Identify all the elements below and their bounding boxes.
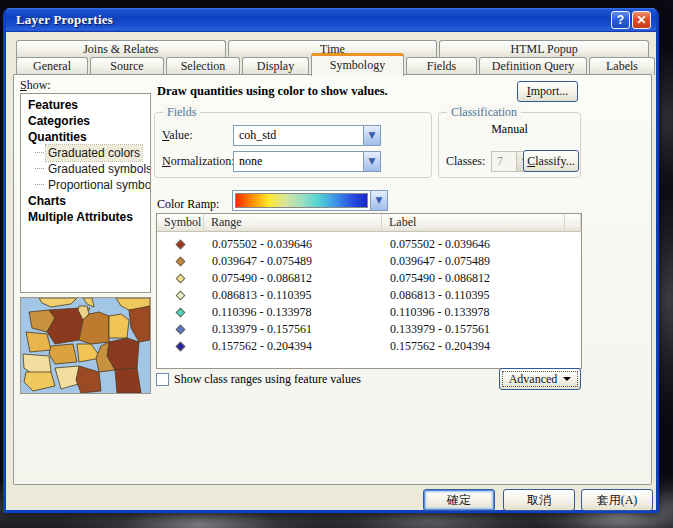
help-button[interactable]: ? — [611, 11, 630, 29]
table-row[interactable]: 0.075502 - 0.039646 0.075502 - 0.039646 — [157, 236, 581, 253]
class-symbol-swatch[interactable] — [176, 308, 186, 318]
cancel-button[interactable]: 取消 — [503, 489, 575, 511]
fields-group: Fields Value: coh_std ▼ Normalization: n… — [154, 112, 432, 178]
range-cell[interactable]: 0.110396 - 0.133978 — [204, 305, 382, 320]
table-row[interactable]: 0.075490 - 0.086812 0.075490 - 0.086812 — [157, 270, 581, 287]
color-ramp-label: Color Ramp: — [157, 197, 219, 212]
tab-fields[interactable]: Fields — [406, 57, 477, 75]
class-symbol-swatch[interactable] — [176, 274, 186, 284]
show-class-ranges-option: Show class ranges using feature values — [156, 372, 361, 387]
layer-properties-dialog: Layer Properties ? ✕ Joins & Relates Tim… — [3, 8, 659, 513]
classification-group: Classification Manual Classes: 7 ▼ Class… — [438, 112, 581, 178]
chevron-down-icon[interactable]: ▼ — [363, 152, 380, 171]
tree-item-graduated-symbols[interactable]: Graduated symbols — [21, 161, 150, 177]
tab-definition-query[interactable]: Definition Query — [479, 57, 587, 75]
column-header-filler — [565, 214, 581, 232]
tree-item-features[interactable]: Features — [21, 97, 150, 113]
range-cell[interactable]: 0.075490 - 0.086812 — [204, 271, 382, 286]
map-preview — [20, 297, 151, 394]
label-cell[interactable]: 0.133979 - 0.157561 — [382, 322, 565, 337]
draw-quantities-header: Draw quantities using color to show valu… — [157, 84, 388, 99]
value-dropdown[interactable]: coh_std ▼ — [233, 125, 381, 146]
show-tree[interactable]: Features Categories Quantities Graduated… — [20, 93, 151, 293]
label-cell[interactable]: 0.110396 - 0.133978 — [382, 305, 565, 320]
label-cell[interactable]: 0.075502 - 0.039646 — [382, 237, 565, 252]
symbology-tab-page: Show: Features Categories Quantities Gra… — [13, 74, 652, 485]
table-header: Symbol Range Label — [157, 214, 581, 232]
tree-item-graduated-colors[interactable]: Graduated colors — [21, 145, 150, 161]
class-symbol-swatch[interactable] — [176, 325, 186, 335]
import-button[interactable]: Import... — [517, 81, 578, 102]
title-bar[interactable]: Layer Properties ? ✕ — [6, 8, 656, 32]
color-ramp-dropdown[interactable]: ▼ — [232, 190, 388, 211]
dropdown-arrow-icon — [563, 377, 571, 381]
show-class-ranges-label: Show class ranges using feature values — [174, 372, 361, 387]
column-header-symbol[interactable]: Symbol — [157, 214, 204, 232]
normalization-dropdown-value: none — [234, 152, 363, 171]
classes-label: Classes: — [446, 154, 491, 169]
tree-item-categories[interactable]: Categories — [21, 113, 150, 129]
classification-method: Manual — [439, 122, 580, 137]
ok-button[interactable]: 確定 — [423, 489, 495, 511]
color-ramp-gradient — [235, 193, 368, 208]
table-row[interactable]: 0.039647 - 0.075489 0.039647 - 0.075489 — [157, 253, 581, 270]
chevron-down-icon[interactable]: ▼ — [370, 191, 387, 210]
classify-button[interactable]: Classify... — [523, 150, 579, 172]
show-class-ranges-checkbox[interactable] — [156, 373, 169, 386]
tab-html-popup[interactable]: HTML Popup — [439, 40, 649, 58]
tab-row-lower: General Source Selection Display Symbolo… — [16, 57, 653, 75]
classes-dropdown-value: 7 — [492, 152, 516, 171]
range-cell[interactable]: 0.039647 - 0.075489 — [204, 254, 382, 269]
label-cell[interactable]: 0.075490 - 0.086812 — [382, 271, 565, 286]
advanced-button[interactable]: Advanced — [499, 368, 581, 390]
close-button[interactable]: ✕ — [632, 11, 651, 29]
window-title: Layer Properties — [16, 12, 113, 28]
table-row[interactable]: 0.086813 - 0.110395 0.086813 - 0.110395 — [157, 287, 581, 304]
class-symbol-swatch[interactable] — [176, 257, 186, 267]
value-dropdown-value: coh_std — [234, 126, 363, 145]
normalization-label: Normalization: — [162, 154, 233, 169]
titlebar-buttons: ? ✕ — [611, 11, 651, 29]
range-cell[interactable]: 0.075502 - 0.039646 — [204, 237, 382, 252]
class-symbol-swatch[interactable] — [176, 291, 186, 301]
table-row[interactable]: 0.157562 - 0.204394 0.157562 - 0.204394 — [157, 338, 581, 355]
tree-item-quantities[interactable]: Quantities — [21, 129, 150, 145]
tree-item-proportional-symbols[interactable]: Proportional symbols — [21, 177, 150, 193]
classification-group-title: Classification — [447, 105, 521, 120]
label-cell[interactable]: 0.039647 - 0.075489 — [382, 254, 565, 269]
range-cell[interactable]: 0.086813 - 0.110395 — [204, 288, 382, 303]
table-row[interactable]: 0.133979 - 0.157561 0.133979 - 0.157561 — [157, 321, 581, 338]
class-symbol-swatch[interactable] — [176, 240, 186, 250]
class-symbol-swatch[interactable] — [176, 342, 186, 352]
tab-source[interactable]: Source — [90, 57, 164, 75]
chevron-down-icon[interactable]: ▼ — [363, 126, 380, 145]
tab-display[interactable]: Display — [242, 57, 309, 75]
table-row[interactable]: 0.110396 - 0.133978 0.110396 - 0.133978 — [157, 304, 581, 321]
tab-selection[interactable]: Selection — [166, 57, 240, 75]
label-cell[interactable]: 0.157562 - 0.204394 — [382, 339, 565, 354]
value-label: Value: — [162, 128, 233, 143]
tree-item-charts[interactable]: Charts — [21, 193, 150, 209]
show-label: Show: — [20, 78, 51, 93]
tab-symbology[interactable]: Symbology — [311, 53, 404, 76]
range-cell[interactable]: 0.157562 - 0.204394 — [204, 339, 382, 354]
apply-button[interactable]: 套用(A) — [581, 489, 653, 511]
tab-labels[interactable]: Labels — [589, 57, 655, 75]
map-preview-image — [21, 298, 150, 393]
fields-group-title: Fields — [163, 105, 200, 120]
class-breaks-table[interactable]: Symbol Range Label 0.075502 - 0.039646 0… — [156, 213, 582, 369]
normalization-dropdown[interactable]: none ▼ — [233, 151, 381, 172]
tab-general[interactable]: General — [16, 57, 88, 75]
column-header-label[interactable]: Label — [382, 214, 565, 232]
tab-joins-relates[interactable]: Joins & Relates — [16, 40, 226, 58]
label-cell[interactable]: 0.086813 - 0.110395 — [382, 288, 565, 303]
column-header-range[interactable]: Range — [204, 214, 382, 232]
desktop-background: Layer Properties ? ✕ Joins & Relates Tim… — [0, 0, 673, 528]
range-cell[interactable]: 0.133979 - 0.157561 — [204, 322, 382, 337]
tree-item-multiple-attributes[interactable]: Multiple Attributes — [21, 209, 150, 225]
